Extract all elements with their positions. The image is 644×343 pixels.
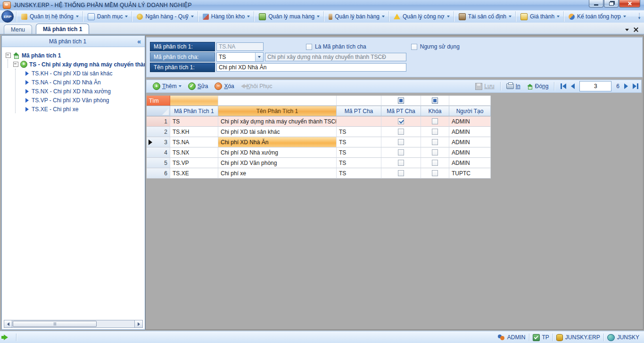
checkbox-icon[interactable] bbox=[432, 170, 438, 176]
cell-ptcha[interactable] bbox=[381, 147, 421, 158]
erp-logo[interactable]: ERP bbox=[1, 10, 14, 23]
tab-close-icon[interactable] bbox=[634, 27, 638, 32]
column-header-creator[interactable]: Người Tạo bbox=[449, 106, 491, 116]
next-record-button[interactable] bbox=[624, 83, 628, 89]
row-selector[interactable]: 1 bbox=[147, 116, 170, 127]
column-header-ptcha[interactable]: Mã PT Cha bbox=[381, 106, 421, 116]
inactive-checkbox[interactable]: Ngưng sử dụng bbox=[411, 43, 460, 50]
cell-code[interactable]: TS bbox=[170, 116, 218, 127]
add-button[interactable]: + Thêm bbox=[149, 81, 185, 91]
menu-purchasing[interactable]: Quản lý mua hàng bbox=[254, 11, 324, 22]
checkbox-icon[interactable] bbox=[398, 139, 404, 145]
first-record-button[interactable] bbox=[561, 83, 566, 89]
filter-cell-parent[interactable] bbox=[337, 96, 381, 106]
cell-ptcha[interactable] bbox=[381, 116, 421, 127]
menu-system-admin[interactable]: Quản trị hệ thống bbox=[17, 11, 83, 22]
cell-name[interactable]: Chi phí XD Văn phòng bbox=[218, 158, 337, 168]
cell-khoa[interactable] bbox=[421, 137, 449, 147]
checkbox-icon[interactable] bbox=[398, 129, 404, 135]
cell-parent[interactable]: TS bbox=[337, 147, 381, 158]
checkbox-icon[interactable] bbox=[432, 139, 438, 145]
combo-dropdown-button[interactable] bbox=[255, 53, 263, 61]
analysis-name-input[interactable] bbox=[216, 63, 406, 72]
tab-menu[interactable]: Menu bbox=[4, 24, 32, 34]
table-row[interactable]: 6 TS.XE Chi phí xe TS TUPTC bbox=[147, 168, 491, 179]
cell-creator[interactable]: ADMIN bbox=[449, 158, 491, 168]
cell-code[interactable]: TS.XE bbox=[170, 168, 218, 179]
cell-parent[interactable] bbox=[337, 116, 381, 127]
cell-parent[interactable]: TS bbox=[337, 168, 381, 179]
select-all-header[interactable] bbox=[147, 106, 170, 116]
indeterminate-checkbox-icon[interactable] bbox=[432, 98, 438, 104]
menu-inventory[interactable]: Hàng tồn kho bbox=[198, 11, 254, 22]
tree-leaf-node[interactable]: TS.NA - Chi phí XD Nhà Ăn bbox=[2, 78, 145, 87]
checkbox-icon[interactable] bbox=[398, 160, 404, 166]
menu-general-accounting[interactable]: Kế toán tổng hợp bbox=[564, 11, 630, 22]
checkbox-icon[interactable] bbox=[398, 170, 404, 176]
cell-code[interactable]: TS.KH bbox=[170, 127, 218, 137]
cell-ptcha[interactable] bbox=[381, 137, 421, 147]
tree-leaf-node[interactable]: TS.NX - Chi phí XD Nhà xưởng bbox=[2, 87, 145, 96]
checkbox-icon[interactable] bbox=[432, 160, 438, 166]
tree-leaf-node[interactable]: TS.XE - Chi phí xe bbox=[2, 105, 145, 114]
cell-creator[interactable]: ADMIN bbox=[449, 127, 491, 137]
cell-ptcha[interactable] bbox=[381, 127, 421, 137]
cell-creator[interactable]: TUPTC bbox=[449, 168, 491, 179]
cell-creator[interactable]: ADMIN bbox=[449, 147, 491, 158]
save-button[interactable]: Lưu bbox=[472, 81, 497, 91]
cell-parent[interactable]: TS bbox=[337, 158, 381, 168]
row-selector[interactable]: 3 bbox=[147, 137, 170, 147]
delete-button[interactable]: − Xóa bbox=[211, 81, 237, 91]
cell-name[interactable]: Chi phí XD Nhà Ăn bbox=[218, 137, 337, 147]
menu-debt[interactable]: Quản lý công nợ bbox=[389, 11, 454, 22]
filter-cell-name[interactable] bbox=[218, 96, 337, 106]
checkbox-icon[interactable] bbox=[432, 149, 438, 155]
cell-ptcha[interactable] bbox=[381, 168, 421, 179]
cell-parent[interactable]: TS bbox=[337, 127, 381, 137]
tree-root-node[interactable]: Mã phân tích 1 bbox=[2, 51, 145, 60]
tab-list-dropdown-icon[interactable] bbox=[625, 29, 629, 31]
tree-parent-node[interactable]: + TS - Chi phí xây dựng nhà máy chuyển t… bbox=[2, 60, 145, 69]
cell-parent[interactable]: TS bbox=[337, 137, 381, 147]
filter-cell-khoa[interactable] bbox=[421, 96, 449, 106]
menu-costing[interactable]: Giá thành bbox=[516, 11, 564, 22]
cell-code[interactable]: TS.NX bbox=[170, 147, 218, 158]
table-row[interactable]: 5 TS.VP Chi phí XD Văn phòng TS ADMIN bbox=[147, 158, 491, 168]
menu-catalog[interactable]: Danh mục bbox=[83, 11, 132, 22]
menu-overflow-button[interactable]: ⋮▾ bbox=[636, 13, 642, 20]
row-selector[interactable]: 5 bbox=[147, 158, 170, 168]
checkbox-icon[interactable] bbox=[432, 129, 438, 135]
cell-khoa[interactable] bbox=[421, 127, 449, 137]
tree-leaf-node[interactable]: TS.VP - Chi phí XD Văn phòng bbox=[2, 96, 145, 105]
table-row[interactable]: 3 TS.NA Chi phí XD Nhà Ăn TS ADMIN bbox=[147, 137, 491, 147]
minimize-button[interactable] bbox=[589, 0, 603, 8]
filter-cell-ptcha[interactable] bbox=[381, 96, 421, 106]
cell-name[interactable]: Chi phí XD Nhà xưởng bbox=[218, 147, 337, 158]
menu-sales[interactable]: Quản lý bán hàng bbox=[324, 11, 389, 22]
row-selector[interactable]: 6 bbox=[147, 168, 170, 179]
cell-creator[interactable]: ADMIN bbox=[449, 116, 491, 127]
row-selector[interactable]: 2 bbox=[147, 127, 170, 137]
table-row[interactable]: 1 TS Chi phí xây dựng nhà máy chuyển thà… bbox=[147, 116, 491, 127]
close-button[interactable] bbox=[619, 0, 640, 8]
cell-ptcha[interactable] bbox=[381, 158, 421, 168]
row-selector[interactable]: 4 bbox=[147, 147, 170, 158]
tab-ma-phan-tich-1[interactable]: Mã phân tích 1 bbox=[36, 24, 89, 34]
previous-record-button[interactable] bbox=[571, 83, 575, 89]
edit-button[interactable]: ✓ Sửa bbox=[185, 81, 212, 91]
menu-bank-fund[interactable]: Ngân hàng - Quỹ bbox=[132, 11, 198, 22]
filter-cell-code[interactable] bbox=[170, 96, 218, 106]
is-parent-checkbox[interactable]: Là Mã phân tích cha bbox=[306, 43, 366, 50]
scrollbar-track[interactable] bbox=[12, 320, 134, 328]
collapse-expander-icon[interactable] bbox=[13, 62, 18, 67]
column-header-name[interactable]: Tên Phân Tích 1 bbox=[218, 106, 337, 116]
cell-name[interactable]: Chi phí xe bbox=[218, 168, 337, 179]
panel-collapse-button[interactable]: « bbox=[133, 38, 145, 45]
analysis-code-input[interactable] bbox=[216, 42, 264, 51]
column-header-code[interactable]: Mã Phân Tích 1 bbox=[170, 106, 218, 116]
cell-khoa[interactable] bbox=[421, 116, 449, 127]
cell-name[interactable]: Chi phí XD tài sản khác bbox=[218, 127, 337, 137]
scroll-left-button[interactable] bbox=[4, 320, 12, 328]
menu-fixed-assets[interactable]: Tài sản cố định bbox=[454, 11, 516, 22]
checkbox-icon[interactable] bbox=[398, 149, 404, 155]
